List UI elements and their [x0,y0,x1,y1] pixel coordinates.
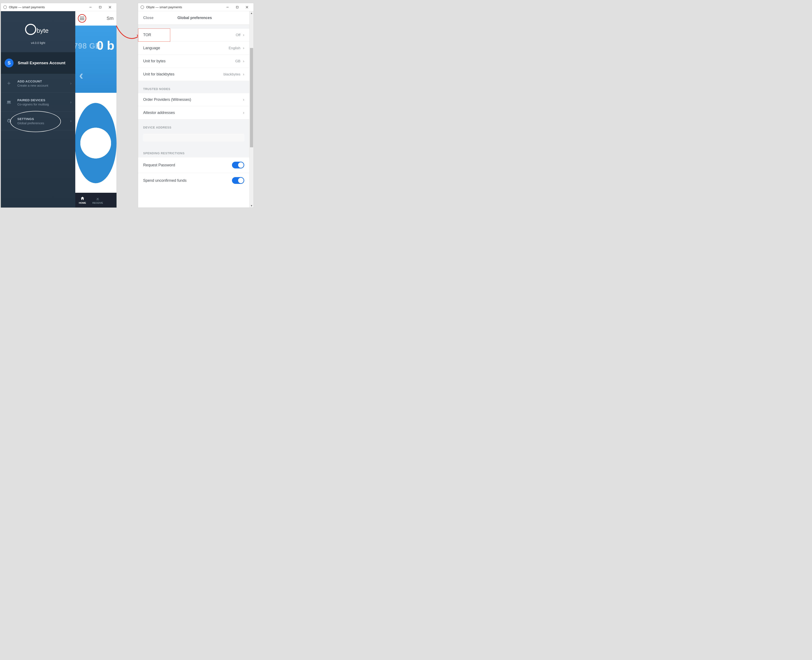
scrollbar[interactable]: ▲ ▼ [249,11,254,208]
section-trusted-nodes: TRUSTED NODES [138,81,249,93]
device-address-redacted [143,134,244,141]
window-title: Obyte — smart payments [146,5,222,9]
donut-chart [75,103,116,183]
window-controls [222,4,252,10]
prefs-header: Close Global preferences [138,11,249,25]
maximize-button[interactable] [95,4,105,10]
home-icon [80,196,85,201]
row-spend-unconfirmed: Spend unconfirmed funds [138,173,249,188]
sidebar-item-sub: Create a new account [17,84,66,87]
row-value: blackbytes [224,72,240,76]
sidebar: byte v4.0.0 light S Small Expenses Accou… [1,11,75,208]
row-request-password: Request Password [138,157,249,173]
sidebar-item-add-account[interactable]: ADD ACCOUNT Create a new account › [1,74,75,93]
plus-icon [5,79,13,87]
close-button[interactable] [105,4,115,10]
section-spending: SPENDING RESTRICTIONS [138,147,249,157]
maximize-button[interactable] [232,4,242,10]
row-tor[interactable]: TOR Off › [138,29,249,42]
chevron-right-icon: › [243,72,244,76]
row-language[interactable]: Language English › [138,42,249,55]
prev-icon[interactable]: ‹ [79,68,83,82]
minimize-button[interactable] [86,4,95,10]
row-label: Unit for bytes [143,59,235,63]
chevron-right-icon: › [70,100,72,105]
download-icon [95,196,100,201]
tab-receive-label: RECEIVE [92,201,103,204]
sidebar-item-label: ADD ACCOUNT [17,79,66,83]
chevron-right-icon: › [243,46,244,50]
chevron-right-icon: › [243,33,244,37]
secondary-balance: 798 GB [73,42,101,51]
row-attestors[interactable]: Attestor addresses › [138,106,249,119]
sidebar-item-settings[interactable]: SETTINGS Global preferences › [1,112,75,130]
svg-point-4 [25,24,36,35]
svg-rect-1 [99,6,101,8]
sidebar-item-label: SETTINGS [17,117,66,121]
app-icon [141,5,144,9]
chevron-right-icon: › [243,97,244,102]
scroll-down-icon[interactable]: ▼ [249,204,254,208]
close-link[interactable]: Close [143,16,154,20]
sidebar-item-account[interactable]: S Small Expenses Account [1,52,75,74]
account-avatar: S [5,59,14,67]
bottom-tabs: HOME RECEIVE [75,193,116,208]
window-right: Obyte — smart payments Close Global pref… [138,3,254,208]
tab-receive[interactable]: RECEIVE [90,193,105,208]
page-title: Global preferences [154,16,244,20]
section-device-address: DEVICE ADDRESS [138,119,249,132]
sidebar-item-label: PAIRED DEVICES [17,98,66,102]
chevron-right-icon: › [70,119,72,123]
hamburger-icon[interactable] [80,17,84,20]
app-logo: byte [1,11,75,40]
sidebar-item-sub: Co-signers for multisig [17,103,66,106]
chevron-right-icon: › [243,59,244,63]
toggle-spend-unconfirmed[interactable] [232,177,244,184]
chevron-right-icon: › [243,111,244,115]
hamburger-menu-marker [78,14,86,22]
account-name: Small Expenses Account [18,61,65,65]
tab-home-label: HOME [79,201,86,204]
account-name-peek: Sm [106,16,114,21]
app-version: v4.0.0 light [1,41,75,44]
row-unit-blackbytes[interactable]: Unit for blackbytes blackbytes › [138,68,249,81]
window-controls [86,4,115,10]
minimize-button[interactable] [222,4,232,10]
row-value: GB [235,59,240,63]
close-button[interactable] [242,4,252,10]
row-value: English [229,46,240,50]
svg-text:byte: byte [37,27,49,34]
row-label: Request Password [143,163,232,167]
scroll-thumb[interactable] [250,48,253,147]
row-label: TOR [143,33,236,37]
row-unit-bytes[interactable]: Unit for bytes GB › [138,55,249,68]
gear-icon [5,117,13,125]
prefs-list: TOR Off › Language English › Unit for by… [138,25,249,188]
sidebar-item-paired-devices[interactable]: PAIRED DEVICES Co-signers for multisig › [1,93,75,112]
row-witnesses[interactable]: Order Providers (Witnesses) › [138,93,249,106]
toggle-request-password[interactable] [232,162,244,168]
app-icon [3,5,7,9]
row-value: Off [236,33,240,37]
window-left: Obyte — smart payments Sm 798 GB 0 b ‹ [1,3,117,208]
main-view-peek: Sm 798 GB 0 b ‹ [75,11,116,208]
laptop-icon [5,98,13,106]
titlebar-left: Obyte — smart payments [1,3,116,11]
row-label: Unit for blackbytes [143,72,224,76]
sidebar-item-sub: Global preferences [17,121,66,125]
row-label: Order Providers (Witnesses) [143,97,243,102]
row-label: Attestor addresses [143,111,243,115]
chevron-right-icon: › [70,81,72,86]
row-label: Spend unconfirmed funds [143,178,232,183]
titlebar-right: Obyte — smart payments [138,3,254,11]
row-label: Language [143,46,229,50]
tab-home[interactable]: HOME [75,193,90,208]
scroll-up-icon[interactable]: ▲ [249,11,254,15]
svg-rect-7 [237,6,238,8]
window-title: Obyte — smart payments [9,5,86,9]
